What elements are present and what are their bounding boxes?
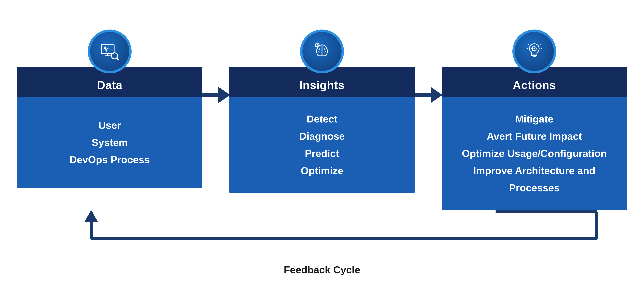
arrow-head-1	[218, 87, 230, 103]
insights-item-2: Diagnose	[299, 128, 345, 145]
insights-item-3: Predict	[299, 145, 345, 162]
actions-item-3: Optimize Usage/Configuration	[452, 145, 617, 162]
svg-line-29	[528, 44, 529, 45]
actions-item-4: Improve Architecture and Processes	[452, 162, 617, 196]
svg-point-20	[534, 48, 535, 49]
columns-row: Data User System DevOps Process	[19, 30, 625, 210]
column-insights: Insights Detect Diagnose Predict Optimiz…	[229, 30, 415, 193]
svg-line-26	[536, 47, 536, 47]
data-item-2: System	[70, 134, 150, 151]
svg-line-5	[117, 58, 118, 60]
monitor-search-icon	[99, 41, 121, 62]
actions-circle-icon	[512, 30, 556, 73]
feedback-cycle-label: Feedback Cycle	[284, 264, 360, 276]
actions-item-1: Mitigate	[452, 111, 617, 128]
actions-item-2: Avert Future Impact	[452, 128, 617, 145]
column-actions: Actions Mitigate Avert Future Impact Opt…	[442, 30, 627, 210]
arrow-body-2	[414, 93, 431, 97]
insights-card-content: Detect Diagnose Predict Optimize	[299, 111, 345, 179]
insights-card-body: Detect Diagnose Predict Optimize	[229, 97, 415, 193]
svg-line-28	[536, 50, 536, 51]
insights-item-1: Detect	[299, 111, 345, 128]
feedback-cycle-svg	[44, 210, 600, 254]
data-card-body: User System DevOps Process	[17, 97, 202, 188]
svg-line-27	[532, 50, 532, 51]
svg-line-25	[532, 47, 532, 47]
data-card-content: User System DevOps Process	[70, 117, 150, 168]
insights-item-4: Optimize	[299, 162, 345, 179]
data-circle-icon	[88, 30, 132, 73]
lightbulb-gear-icon	[523, 41, 545, 62]
actions-header-title: Actions	[513, 79, 556, 91]
right-arrow-2	[414, 87, 442, 103]
column-data: Data User System DevOps Process	[17, 30, 202, 188]
svg-line-12	[315, 43, 316, 43]
data-item-1: User	[70, 117, 150, 134]
brain-gear-icon	[311, 41, 333, 62]
actions-icon-wrapper	[512, 30, 556, 73]
data-item-3: DevOps Process	[70, 151, 150, 168]
data-header-title: Data	[97, 79, 122, 91]
feedback-cycle-container: Feedback Cycle	[65, 210, 579, 276]
actions-card: Actions Mitigate Avert Future Impact Opt…	[442, 67, 627, 210]
svg-marker-37	[84, 210, 98, 222]
data-icon-wrapper	[88, 30, 132, 73]
svg-line-14	[315, 46, 316, 47]
arrow-head-2	[431, 87, 442, 103]
insights-card: Insights Detect Diagnose Predict Optimiz…	[229, 67, 415, 193]
insights-icon-wrapper	[300, 30, 344, 73]
svg-line-30	[540, 44, 540, 45]
diagram-wrapper: Data User System DevOps Process	[19, 30, 625, 276]
right-arrow-1	[202, 87, 230, 103]
insights-circle-icon	[300, 30, 344, 73]
svg-point-7	[316, 44, 318, 46]
arrow-body-1	[202, 93, 218, 97]
data-card: Data User System DevOps Process	[17, 67, 202, 188]
svg-line-15	[319, 46, 319, 47]
actions-card-content: Mitigate Avert Future Impact Optimize Us…	[452, 111, 617, 196]
insights-header-title: Insights	[300, 79, 345, 91]
actions-card-body: Mitigate Avert Future Impact Optimize Us…	[442, 97, 627, 210]
arrow-data-to-insights	[202, 87, 229, 103]
arrow-insights-to-actions	[415, 87, 442, 103]
svg-line-13	[319, 43, 319, 43]
